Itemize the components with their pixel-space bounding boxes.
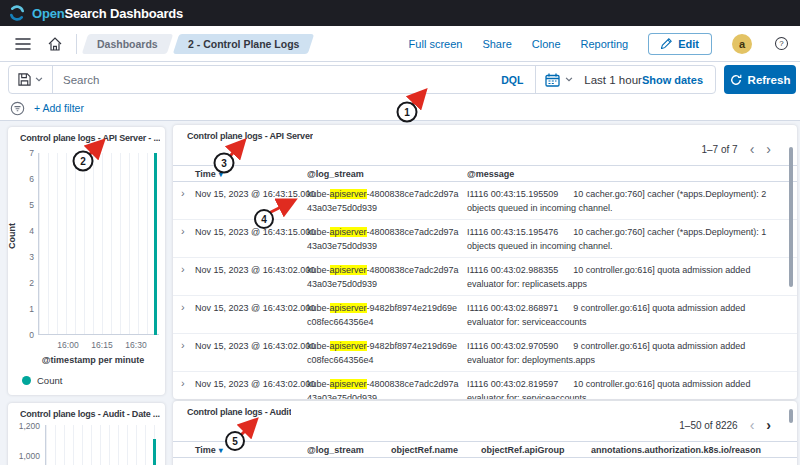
cell-log-stream: kube-apiserver-4800838ce7adc2d97a43a03e7… [307,225,459,253]
saved-query-menu-button[interactable] [9,66,53,93]
expand-row-icon[interactable]: › [181,377,191,390]
filter-icon[interactable] [10,101,25,116]
cell-message: I1116 00:43:15.195509 10 cacher.go:760] … [467,187,797,215]
chart-plot-area [45,425,159,465]
refresh-icon [730,74,742,86]
time-range-value[interactable]: Last 1 hour [584,74,642,86]
panel-audit-chart: Control plane logs - Audit - Date ... 1,… [8,403,165,465]
search-input[interactable] [53,74,489,86]
breadcrumb-label: Dashboards [97,38,158,50]
home-icon[interactable] [42,31,68,57]
opensearch-logo-icon [8,4,26,22]
cell-log-stream: kube-apiserver-4800838ce7adc2d97a43a03e7… [307,263,459,291]
full-screen-link[interactable]: Full screen [409,38,463,50]
cell-message: I1116 00:43:15.195476 10 cacher.go:760] … [467,225,797,253]
expand-row-icon[interactable]: › [181,301,191,314]
legend-label: Count [37,375,62,386]
table-header: Time▾ @log_stream @message [173,165,797,182]
y-tick: 1 [8,304,34,314]
breadcrumb-label: 2 - Control Plane Logs [188,38,299,50]
y-tick: 1,000 [10,451,40,461]
y-tick: 6 [8,174,34,184]
legend-count[interactable]: Count [22,375,62,386]
breadcrumb-current-dashboard: 2 - Control Plane Logs [172,34,314,54]
cell-time: Nov 15, 2023 @ 16:43:02.000 [195,301,307,315]
y-tick: 2 [8,278,34,288]
date-picker-quick-select-button[interactable] [536,66,582,93]
cell-time: Nov 15, 2023 @ 16:43:15.000 [195,187,307,201]
pagination: 1–7 of 7 ‹ › [702,142,772,156]
column-header-log-stream[interactable]: @log_stream [307,169,459,179]
calendar-icon [545,73,560,87]
vertical-scrollbar[interactable] [789,409,793,423]
column-header-time[interactable]: Time▾ [195,445,307,455]
pencil-icon [661,38,672,49]
expand-row-icon[interactable]: › [181,263,191,276]
breadcrumb-dashboards[interactable]: Dashboards [82,34,173,54]
column-header-reason[interactable]: annotations.authorization.k8s.io/reason [591,445,797,455]
edit-button[interactable]: Edit [648,33,712,55]
add-filter-button[interactable]: + Add filter [34,102,84,114]
cell-message: I1116 00:43:02.868971 9 controller.go:61… [467,301,797,329]
count-bar [154,153,157,335]
filter-bar: + Add filter [0,96,800,121]
y-tick: 7 [8,148,34,158]
stream-pre: kube- [307,303,330,313]
column-header-time[interactable]: Time▾ [195,169,307,179]
y-tick: 1,200 [10,421,40,431]
cell-log-stream: kube-apiserver-9482bf8974e219d69ec08fec6… [307,339,459,367]
table-row: › Nov 15, 2023 @ 16:43:15.000 kube-apise… [173,182,797,220]
table-row: › Nov 15, 2023 @ 16:43:02.000 kube-apise… [173,334,797,372]
cell-log-stream: kube-apiserver-9482bf8974e219d69ec08fec6… [307,301,459,329]
menu-hamburger-icon[interactable] [10,31,36,57]
stream-pre: kube- [307,265,330,275]
highlight-apiserver: apiserver [330,379,367,389]
cell-message: I1116 00:43:02.970590 9 controller.go:61… [467,339,797,367]
table-row: › Nov 15, 2023 @ 16:43:02.000 kube-apise… [173,372,797,399]
expand-row-icon[interactable]: › [181,339,191,352]
save-icon [18,73,31,86]
column-header-message[interactable]: @message [467,169,797,179]
y-tick: 3 [8,252,34,262]
cell-time: Nov 15, 2023 @ 16:43:02.000 [195,263,307,277]
table-row: › Nov 15, 2023 @ 16:43:02.000 kube-apise… [173,296,797,334]
app-title-primary: Open [32,6,64,21]
panel-api-server-chart: Control plane logs - API Server - ... Co… [8,127,165,395]
next-page-icon[interactable]: › [766,418,771,432]
expand-row-icon[interactable]: › [181,187,191,200]
expand-row-icon[interactable]: › [181,225,191,238]
pagination: 1–50 of 8226 ‹ › [679,418,771,432]
x-tick: 16:15 [85,340,119,350]
previous-page-icon[interactable]: ‹ [750,418,755,432]
cell-message: I1116 00:43:02.988355 10 controller.go:6… [467,263,797,291]
dql-button[interactable]: DQL [489,74,535,86]
legend-dot-icon [22,376,31,385]
cell-time: Nov 15, 2023 @ 16:43:02.000 [195,339,307,353]
clone-link[interactable]: Clone [532,38,561,50]
table-header: Time▾ @log_stream objectRef.name objectR… [173,441,797,458]
next-page-icon[interactable]: › [766,142,771,156]
column-header-objectref-name[interactable]: objectRef.name [391,445,473,455]
reporting-link[interactable]: Reporting [581,38,629,50]
highlight-apiserver: apiserver [330,341,367,351]
x-tick: 16:30 [119,340,153,350]
previous-page-icon[interactable]: ‹ [750,142,755,156]
highlight-apiserver: apiserver [330,227,367,237]
y-tick: 4 [8,226,34,236]
page-count: 1–7 of 7 [702,144,738,155]
cell-message: I1116 00:43:02.819597 10 controller.go:6… [467,377,797,399]
share-link[interactable]: Share [482,38,511,50]
help-icon[interactable]: ? [772,31,790,57]
column-header-objectref-apigroup[interactable]: objectRef.apiGroup [481,445,581,455]
show-dates-button[interactable]: Show dates [642,74,715,86]
highlight-apiserver: apiserver [330,189,367,199]
avatar[interactable]: a [732,34,752,54]
stream-pre: kube- [307,341,330,351]
nav-divider [76,34,77,54]
panel-audit-table: Control plane logs - Audit 1–50 of 8226 … [173,401,797,465]
table-row: › Nov 15, 2023 @ 16:43:02.000 kube-apise… [173,258,797,296]
dashboard-content: Control plane logs - API Server - ... Co… [0,121,800,465]
column-header-log-stream[interactable]: @log_stream [307,445,383,455]
refresh-button[interactable]: Refresh [724,65,796,94]
vertical-scrollbar[interactable] [789,147,793,287]
